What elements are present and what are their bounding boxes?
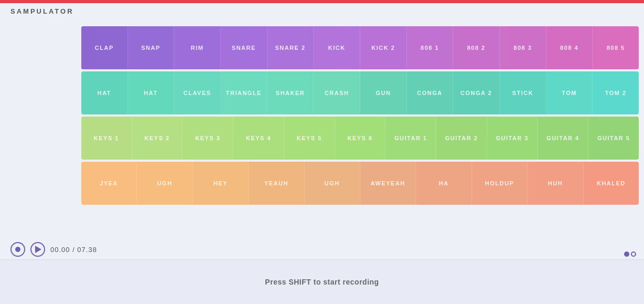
- instrument-cell-percussion-8[interactable]: 808 2: [453, 26, 500, 69]
- dot-outline-icon: [631, 251, 636, 257]
- record-icon: [15, 247, 20, 252]
- hint-text: to start recording: [311, 278, 379, 286]
- instrument-cell-melodic-0[interactable]: KEYS 1: [81, 117, 132, 160]
- instrument-cell-melodic-1[interactable]: KEYS 2: [132, 117, 183, 160]
- instrument-cell-melodic-7[interactable]: GUITAR 2: [436, 117, 487, 160]
- instrument-cell-melodic-5[interactable]: KEYS 6: [335, 117, 386, 160]
- instrument-cell-cymbals-2[interactable]: CLAVES: [174, 71, 221, 114]
- instrument-cell-vocal-5[interactable]: AWEYEAH: [360, 162, 416, 205]
- instrument-cell-vocal-9[interactable]: KHALED: [584, 162, 639, 205]
- instrument-cell-cymbals-0[interactable]: HAT: [81, 71, 128, 114]
- bottom-recording-area: Press SHIFT to start recording: [0, 259, 644, 304]
- instrument-cell-percussion-7[interactable]: 808 1: [407, 26, 454, 69]
- record-button[interactable]: [10, 242, 25, 257]
- top-border: [0, 0, 644, 3]
- instrument-cell-melodic-8[interactable]: GUITAR 3: [487, 117, 538, 160]
- instrument-cell-percussion-3[interactable]: SNARE: [221, 26, 267, 69]
- instrument-cell-percussion-0[interactable]: CLAP: [81, 26, 128, 69]
- instrument-cell-cymbals-9[interactable]: STICK: [500, 71, 546, 114]
- hint-shift: Press: [265, 278, 288, 286]
- instrument-cell-percussion-1[interactable]: SNAP: [128, 26, 175, 69]
- instrument-cell-percussion-6[interactable]: KICK 2: [360, 26, 407, 69]
- instrument-cell-percussion-4[interactable]: SNARE 2: [267, 26, 314, 69]
- instrument-cell-melodic-10[interactable]: GUITAR 5: [588, 117, 639, 160]
- instrument-cell-cymbals-4[interactable]: SHAKER: [267, 71, 314, 114]
- instrument-cell-vocal-6[interactable]: HA: [416, 162, 471, 205]
- instrument-cell-cymbals-8[interactable]: CONGA 2: [453, 71, 500, 114]
- instrument-cell-percussion-11[interactable]: 808 5: [593, 26, 639, 69]
- instrument-cell-melodic-4[interactable]: KEYS 5: [284, 117, 335, 160]
- instrument-cell-vocal-4[interactable]: UGH: [305, 162, 360, 205]
- right-indicator: [624, 251, 636, 257]
- play-icon: [35, 246, 41, 253]
- instrument-cell-vocal-0[interactable]: JYEA: [81, 162, 137, 205]
- instrument-cell-cymbals-5[interactable]: CRASH: [314, 71, 360, 114]
- melodic-row: KEYS 1KEYS 2KEYS 3KEYS 4KEYS 5KEYS 6GUIT…: [81, 117, 639, 160]
- instrument-cell-percussion-10[interactable]: 808 4: [546, 26, 593, 69]
- dot-filled-icon: [624, 251, 629, 257]
- percussion-row: CLAPSNAPRIMSNARESNARE 2KICKKICK 2808 180…: [81, 26, 639, 69]
- instrument-cell-cymbals-3[interactable]: TRIANGLE: [221, 71, 267, 114]
- instrument-cell-percussion-5[interactable]: KICK: [314, 26, 360, 69]
- instrument-cell-melodic-9[interactable]: GUITAR 4: [538, 117, 589, 160]
- time-display: 00.00 / 07.38: [50, 246, 97, 254]
- instrument-cell-cymbals-1[interactable]: HAT: [128, 71, 175, 114]
- instrument-cell-cymbals-10[interactable]: TOM: [546, 71, 593, 114]
- instrument-cell-cymbals-6[interactable]: GUN: [360, 71, 407, 114]
- vocal-row: JYEAUGHHEYYEAUHUGHAWEYEAHHAHOLDUPHUHKHAL…: [81, 162, 639, 205]
- bottom-controls: 00.00 / 07.38: [10, 242, 97, 257]
- instrument-cell-vocal-3[interactable]: YEAUH: [249, 162, 304, 205]
- instrument-cell-melodic-3[interactable]: KEYS 4: [233, 117, 284, 160]
- rows-container: CLAPSNAPRIMSNARESNARE 2KICKKICK 2808 180…: [81, 26, 639, 207]
- instrument-cell-vocal-2[interactable]: HEY: [193, 162, 249, 205]
- instrument-cell-percussion-9[interactable]: 808 3: [500, 26, 546, 69]
- recording-hint: Press SHIFT to start recording: [265, 278, 379, 286]
- cymbals-row: HATHATCLAVESTRIANGLESHAKERCRASHGUNCONGAC…: [81, 71, 639, 114]
- instrument-cell-vocal-8[interactable]: HUH: [528, 162, 583, 205]
- instrument-cell-melodic-2[interactable]: KEYS 3: [183, 117, 233, 160]
- instrument-cell-vocal-1[interactable]: UGH: [137, 162, 192, 205]
- instrument-cell-percussion-2[interactable]: RIM: [174, 26, 221, 69]
- instrument-cell-cymbals-11[interactable]: TOM 2: [593, 71, 639, 114]
- instrument-cell-vocal-7[interactable]: HOLDUP: [472, 162, 528, 205]
- play-button[interactable]: [30, 242, 45, 257]
- app-title: SAMPULATOR: [10, 7, 74, 15]
- hint-shift-key: SHIFT: [288, 278, 311, 286]
- instrument-cell-melodic-6[interactable]: GUITAR 1: [385, 117, 436, 160]
- instrument-cell-cymbals-7[interactable]: CONGA: [407, 71, 454, 114]
